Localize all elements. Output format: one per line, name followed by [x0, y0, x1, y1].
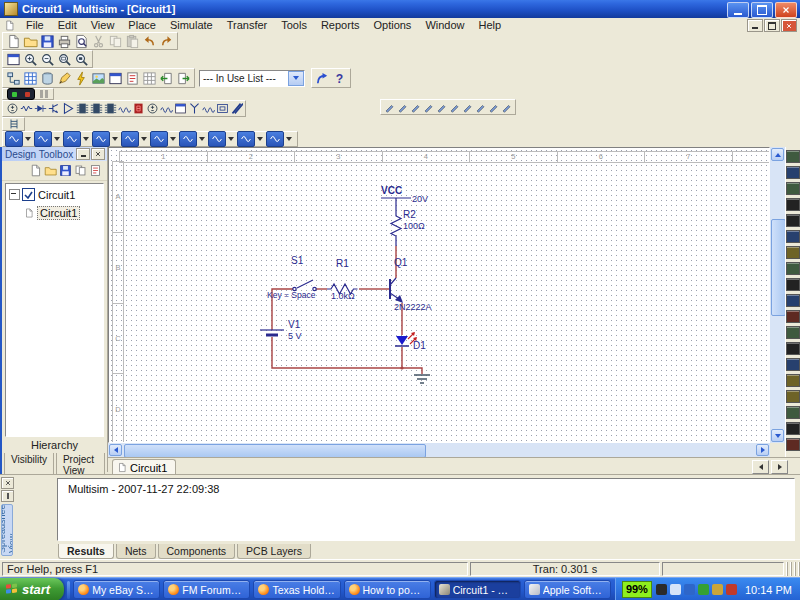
capture-screen-area-icon[interactable] — [90, 70, 107, 86]
open-document-icon[interactable] — [43, 163, 58, 178]
menu-item[interactable]: Simulate — [163, 19, 220, 31]
mdi-close-button[interactable] — [781, 19, 797, 32]
toggle-design-toolbox-icon[interactable] — [5, 70, 22, 86]
zoom-fit-icon[interactable] — [73, 51, 90, 67]
menu-item[interactable]: Options — [366, 19, 418, 31]
postprocessor-icon[interactable] — [124, 70, 141, 86]
place-rf-icon[interactable] — [187, 101, 201, 117]
basic-family-icon[interactable] — [34, 131, 63, 147]
tektronix-oscilloscope-icon[interactable] — [786, 422, 800, 435]
chevron-down-icon[interactable] — [112, 137, 118, 141]
transistor-family-icon[interactable] — [92, 131, 121, 147]
undo-icon[interactable] — [141, 33, 158, 49]
battery-indicator[interactable]: 99% — [622, 581, 652, 598]
back-annotate-icon[interactable] — [158, 70, 175, 86]
place-misc-digital-icon[interactable] — [103, 101, 117, 117]
zoom-out-icon[interactable] — [39, 51, 56, 67]
place-cmos-icon[interactable] — [89, 101, 103, 117]
full-screen-icon[interactable] — [5, 51, 22, 67]
function-generator-icon[interactable] — [786, 166, 800, 179]
taskbar-task-button[interactable]: FM Forums - Mo... — [163, 580, 250, 599]
place-electromechanical-icon[interactable] — [201, 101, 215, 117]
checkbox-checked-icon[interactable] — [22, 188, 35, 201]
tree-collapse-icon[interactable] — [9, 189, 20, 200]
comment-icon[interactable] — [487, 101, 500, 113]
in-use-list-dropdown[interactable]: --- In Use List --- — [199, 70, 305, 87]
place-misc-icon[interactable] — [159, 101, 173, 117]
volume-icon[interactable] — [712, 584, 723, 595]
place-basic-icon[interactable] — [19, 101, 33, 117]
display-settings-icon[interactable] — [684, 584, 695, 595]
new-icon[interactable] — [5, 33, 22, 49]
spreadsheet-grid-icon[interactable] — [141, 70, 158, 86]
minimize-button[interactable] — [727, 2, 749, 18]
place-mixed-icon[interactable] — [117, 101, 131, 117]
tab-scroll-right-button[interactable] — [771, 460, 788, 474]
network-analyzer-icon[interactable] — [786, 358, 800, 371]
menu-item[interactable]: Help — [472, 19, 509, 31]
place-transistor-icon[interactable] — [47, 101, 61, 117]
chevron-down-icon[interactable] — [141, 137, 147, 141]
open-icon[interactable] — [22, 33, 39, 49]
menu-item[interactable]: Window — [418, 19, 471, 31]
battery-v1[interactable] — [260, 330, 284, 335]
start-button[interactable]: start — [0, 578, 64, 600]
place-source-icon[interactable] — [5, 101, 19, 117]
place-advanced-peripherals-icon[interactable] — [173, 101, 187, 117]
frequency-counter-icon[interactable] — [786, 246, 800, 259]
forward-annotate-icon[interactable] — [175, 70, 192, 86]
capture-area-icon[interactable] — [500, 101, 513, 113]
multimeter-icon[interactable] — [786, 150, 800, 163]
scroll-left-button[interactable] — [109, 444, 122, 456]
tree-child-row[interactable]: Circuit1 — [6, 205, 103, 220]
spreadsheet-pin-button[interactable] — [1, 490, 14, 502]
scroll-right-button[interactable] — [756, 444, 769, 456]
dropdown-arrow-icon[interactable] — [288, 71, 304, 86]
cut-icon[interactable] — [90, 33, 107, 49]
picture-icon[interactable] — [461, 101, 474, 113]
hierarchy-tab-label[interactable]: Hierarchy — [2, 439, 107, 451]
place-analog-icon[interactable] — [61, 101, 75, 117]
ellipse-icon[interactable] — [422, 101, 435, 113]
rated-family-icon[interactable] — [208, 131, 237, 147]
signal-source-family-icon[interactable] — [237, 131, 266, 147]
spectrum-analyzer-icon[interactable] — [786, 342, 800, 355]
chevron-down-icon[interactable] — [83, 137, 89, 141]
transistor-q1[interactable] — [390, 278, 403, 303]
logic-converter-icon[interactable] — [786, 294, 800, 307]
spreadsheet-close-button[interactable] — [1, 477, 14, 489]
analog-family-icon[interactable] — [5, 131, 34, 147]
agilent-function-generator-icon[interactable] — [786, 374, 800, 387]
zoom-in-icon[interactable] — [22, 51, 39, 67]
chevron-down-icon[interactable] — [54, 137, 60, 141]
save-icon[interactable] — [39, 33, 56, 49]
copy-icon[interactable] — [107, 33, 124, 49]
tree-root-row[interactable]: Circuit1 — [6, 187, 103, 202]
place-indicator-icon[interactable] — [131, 101, 145, 117]
taskbar-task-button[interactable]: Apple Software ... — [524, 580, 611, 599]
place-power-icon[interactable] — [145, 101, 159, 117]
toggle-spreadsheet-icon[interactable] — [22, 70, 39, 86]
oscilloscope-icon[interactable] — [786, 198, 800, 211]
electrical-rules-check-icon[interactable] — [73, 70, 90, 86]
resistor-r2[interactable] — [391, 212, 401, 246]
hide-icons-icon[interactable] — [670, 584, 681, 595]
resize-grip[interactable] — [786, 562, 800, 576]
tab-scroll-left-button[interactable] — [752, 460, 769, 474]
schematic-canvas[interactable]: 12345678 ABCD — [108, 147, 770, 443]
diode-family-icon[interactable] — [63, 131, 92, 147]
agilent-multimeter-icon[interactable] — [786, 390, 800, 403]
place-bus-icon[interactable] — [229, 101, 243, 117]
menu-item[interactable]: View — [84, 19, 122, 31]
pause-icon[interactable] — [37, 89, 51, 100]
taskbar-task-button[interactable]: Circuit1 - Multisi... — [434, 580, 521, 599]
arc-icon[interactable] — [435, 101, 448, 113]
security-icon[interactable] — [726, 584, 737, 595]
chevron-down-icon[interactable] — [170, 137, 176, 141]
create-component-icon[interactable] — [56, 70, 73, 86]
spreadsheet-tab[interactable]: Results — [58, 544, 114, 559]
zoom-area-icon[interactable] — [56, 51, 73, 67]
scroll-up-button[interactable] — [771, 148, 784, 161]
distortion-analyzer-icon[interactable] — [786, 326, 800, 339]
taskbar-task-button[interactable]: Texas Hold'm Ti... — [253, 580, 340, 599]
